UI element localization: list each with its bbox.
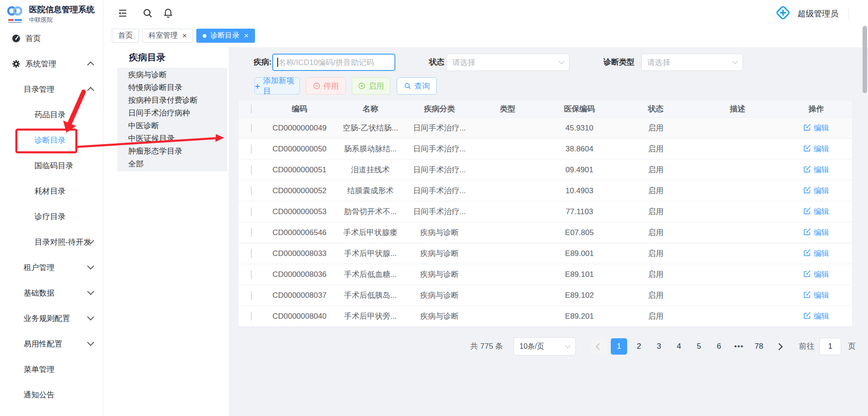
- catalog-list-item[interactable]: 肿瘤形态学目录: [117, 145, 227, 158]
- active-tab-dot-icon: [203, 34, 206, 38]
- column-header: 状态: [617, 104, 695, 114]
- row-checkbox[interactable]: [251, 186, 252, 195]
- catalog-list-item[interactable]: 按病种目录付费诊断: [117, 94, 227, 107]
- sidebar-item-label: 诊断目录: [35, 135, 65, 145]
- page-button-1[interactable]: 1: [611, 338, 627, 355]
- edit-button[interactable]: 编辑: [803, 311, 829, 321]
- cell-insurance-code: E89.001: [542, 249, 617, 258]
- edit-button[interactable]: 编辑: [803, 165, 829, 175]
- page-button-3[interactable]: 3: [651, 338, 667, 355]
- enable-button[interactable]: 启用: [352, 77, 390, 95]
- sidebar-item-label: 通知公告: [24, 390, 55, 400]
- diagnosis-type-select[interactable]: 请选择: [641, 54, 743, 71]
- sidebar-item-home[interactable]: 首页: [0, 25, 103, 51]
- page-button-2[interactable]: 2: [631, 338, 647, 355]
- edit-button[interactable]: 编辑: [803, 290, 829, 301]
- row-checkbox[interactable]: [251, 207, 252, 216]
- disease-search-input[interactable]: 名称/ICD10编码/拼音助记码: [272, 54, 395, 71]
- catalog-list-item[interactable]: 特慢病诊断目录: [117, 81, 227, 94]
- status-select[interactable]: 请选择: [446, 54, 569, 71]
- page-button-4[interactable]: 4: [671, 338, 687, 355]
- page-button-5[interactable]: 5: [691, 338, 707, 355]
- cell-name: 空肠-乙状结肠...: [335, 123, 406, 133]
- prev-page-button[interactable]: [591, 338, 607, 355]
- user-box[interactable]: 超级管理员: [774, 4, 849, 24]
- edit-icon: [803, 228, 811, 238]
- app-heading: 医院信息管理系统 中联医院: [29, 4, 95, 24]
- query-button[interactable]: 查询: [397, 77, 437, 95]
- sidebar-item-consumable-catalog[interactable]: 耗材目录: [0, 178, 103, 204]
- select-all-checkbox[interactable]: [251, 105, 252, 114]
- close-icon[interactable]: ×: [182, 32, 187, 40]
- page-button-78[interactable]: 78: [751, 338, 767, 355]
- edit-button[interactable]: 编辑: [803, 144, 829, 154]
- cell-insurance-code: 45.9310: [542, 124, 617, 133]
- cell-action: 编辑: [780, 206, 852, 217]
- row-checkbox[interactable]: [251, 249, 252, 258]
- tab-department-management[interactable]: 科室管理×: [142, 29, 193, 43]
- catalog-list-item[interactable]: 全部: [117, 158, 227, 170]
- collapse-menu-icon[interactable]: [117, 8, 128, 19]
- vertical-scrollbar-thumb[interactable]: [863, 26, 867, 93]
- search-icon[interactable]: [142, 8, 153, 19]
- goto-page-input[interactable]: [819, 338, 841, 355]
- sidebar-item-notice[interactable]: 通知公告: [0, 382, 103, 407]
- close-icon[interactable]: ×: [244, 32, 249, 40]
- next-page-button[interactable]: [771, 338, 787, 355]
- page-size-value: 10条/页: [519, 342, 566, 351]
- plus-circle-icon: [358, 82, 365, 90]
- edit-button[interactable]: 编辑: [803, 248, 829, 259]
- sidebar-item-catalog-compare[interactable]: 目录对照-待开发: [0, 229, 103, 255]
- sidebar-item-business-rules[interactable]: 业务规则配置: [0, 306, 103, 331]
- sidebar-item-national-code-catalog[interactable]: 国临码目录: [0, 153, 103, 178]
- user-name: 超级管理员: [798, 8, 838, 19]
- row-checkbox[interactable]: [251, 291, 252, 300]
- row-checkbox[interactable]: [251, 228, 252, 237]
- status-select-placeholder: 请选择: [452, 57, 559, 68]
- sidebar-item-treatment-catalog[interactable]: 诊疗目录: [0, 204, 103, 229]
- sidebar-item-usability-config[interactable]: 易用性配置: [0, 331, 103, 356]
- row-checkbox-cell: [239, 312, 264, 321]
- column-header: 名称: [335, 104, 406, 114]
- sidebar-item-diagnosis-catalog[interactable]: 诊断目录: [0, 127, 103, 153]
- edit-label: 编辑: [814, 206, 829, 217]
- cell-name: 肋骨切开术不...: [335, 206, 406, 217]
- tab-diagnosis-catalog[interactable]: 诊断目录×: [196, 29, 255, 43]
- edit-button[interactable]: 编辑: [803, 206, 829, 217]
- sidebar-item-basic-data[interactable]: 基础数据: [0, 280, 103, 306]
- catalog-list-item[interactable]: 日间手术治疗病种: [117, 107, 227, 120]
- sidebar-item-menu-management[interactable]: 菜单管理: [0, 356, 103, 382]
- bell-icon[interactable]: [163, 8, 174, 19]
- row-checkbox[interactable]: [251, 270, 252, 279]
- tab-home[interactable]: 首页: [112, 29, 139, 43]
- catalog-list-item[interactable]: 疾病与诊断: [117, 69, 227, 81]
- cell-action: 编辑: [780, 165, 852, 175]
- row-checkbox[interactable]: [251, 312, 252, 321]
- edit-button[interactable]: 编辑: [803, 227, 829, 238]
- row-checkbox[interactable]: [251, 145, 252, 154]
- hospital-information-system: 医院信息管理系统 中联医院 首页系统管理目录管理药品目录诊断目录国临码目录耗材目…: [0, 0, 868, 416]
- add-new-item-button[interactable]: + 添加新项目: [254, 77, 300, 95]
- catalog-list-item[interactable]: 中医证候目录: [117, 132, 227, 145]
- text-caret: [277, 58, 278, 67]
- sidebar-item-drug-catalog[interactable]: 药品目录: [0, 102, 103, 127]
- disease-filter-label: 疾病:: [254, 54, 272, 71]
- edit-button[interactable]: 编辑: [803, 123, 829, 133]
- dashboard-icon: [12, 34, 20, 43]
- row-checkbox[interactable]: [251, 165, 252, 175]
- page-size-select[interactable]: 10条/页: [514, 337, 576, 356]
- edit-button[interactable]: 编辑: [803, 185, 829, 196]
- sidebar-item-system-management[interactable]: 系统管理: [0, 51, 103, 76]
- pager-ellipsis[interactable]: •••: [731, 338, 747, 355]
- disease-catalog-panel: 疾病目录 疾病与诊断特慢病诊断目录按病种目录付费诊断日间手术治疗病种中医诊断中医…: [103, 47, 229, 416]
- page-button-6[interactable]: 6: [711, 338, 727, 355]
- gear-icon: [12, 60, 20, 68]
- disable-button[interactable]: 停用: [306, 77, 346, 95]
- chevron-down-icon: [732, 58, 738, 64]
- disable-button-label: 停用: [324, 81, 339, 91]
- row-checkbox[interactable]: [251, 124, 252, 133]
- catalog-list-item[interactable]: 中医诊断: [117, 120, 227, 132]
- sidebar-item-tenant-management[interactable]: 租户管理: [0, 255, 103, 280]
- edit-button[interactable]: 编辑: [803, 269, 829, 280]
- sidebar-item-catalog-management[interactable]: 目录管理: [0, 76, 103, 102]
